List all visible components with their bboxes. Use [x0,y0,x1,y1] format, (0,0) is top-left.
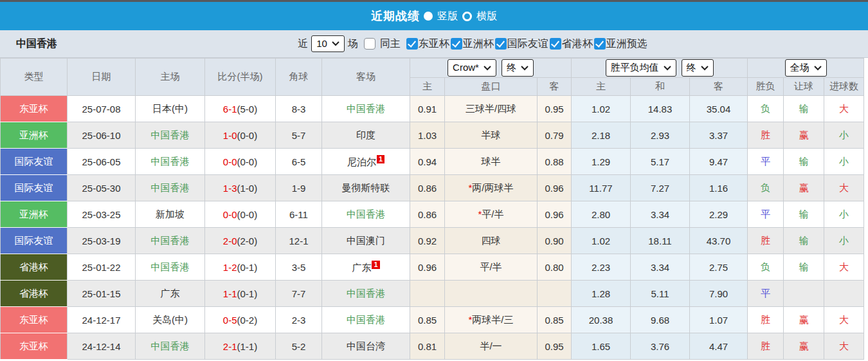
same-home-filter[interactable]: 同主 [364,37,401,51]
away-team: 印度 [356,129,375,140]
page-title: 近期战绩 [371,8,420,24]
horizontal-layout-radio[interactable] [462,12,472,21]
away-team: 中国香港 [347,208,385,219]
corners-cell: 12-1 [276,228,322,254]
vertical-layout-label[interactable]: 竖版 [437,10,458,23]
away-team: 中国香港 [347,288,385,299]
odds-stage-value: 终 [687,61,696,74]
handicap-away-odds-cell: 0.90 [538,228,572,254]
checkbox-checked-icon[interactable] [406,38,418,50]
handicap-text: 两/两球半 [472,182,513,193]
halftime-score: (2-0) [237,236,258,246]
fulltime-score: 1-3 [223,183,237,194]
bookmaker-stage-select[interactable]: 终 [502,59,534,76]
home-team: 中国香港 [151,182,190,193]
score-cell: 2-0(2-0) [205,228,276,254]
same-home-label[interactable]: 同主 [380,37,401,51]
score-cell: 0-0(0-0) [205,149,276,175]
corners-cell: 6-5 [276,149,322,175]
competition-badge: 省港杯 [1,281,68,307]
title-bar: 近期战绩 竖版 横版 [0,2,868,30]
competition-filter[interactable]: 亚洲预选 [594,37,647,51]
handicap-away-odds-cell: 0.88 [538,149,572,175]
scope-select-value: 全场 [790,61,809,74]
date-cell: 24-12-17 [68,307,136,333]
home-team: 日本(中) [152,103,188,114]
avg-draw-cell: 5.11 [631,281,690,307]
result-wdl-cell: 平 [748,149,784,175]
home-cell: 中国香港 [136,228,205,254]
competition-filter[interactable]: 国际友谊 [495,37,548,51]
checkbox-checked-icon[interactable] [451,38,462,50]
col-handicap: 盘口 [445,78,538,96]
bookmaker-select[interactable]: Crow* [448,59,496,76]
score-cell: 0-5(0-2) [205,307,276,333]
handicap-cell: 半/一 [445,333,538,360]
competition-label[interactable]: 亚洲预选 [606,37,647,51]
fulltime-score: 0-0 [223,209,237,220]
home-cell: 广东 [136,281,205,307]
away-team: 曼彻斯特联 [342,182,390,193]
result-rq-cell: 输 [784,96,824,122]
avg-lose-cell: 2.75 [690,254,748,281]
result-rq-cell: 输 [784,149,824,175]
handicap-cell: *两/两球半 [445,175,538,201]
match-count-value: 10 [316,37,327,50]
competition-filter[interactable]: 亚洲杯 [451,37,494,51]
competition-label[interactable]: 东亚杯 [419,37,449,51]
result-rq-cell: 赢 [784,333,824,360]
checkbox-checked-icon[interactable] [550,38,561,50]
halftime-score: (1-1) [237,341,258,352]
away-cell: 印度 [322,122,410,149]
chevron-down-icon [484,66,491,71]
avg-draw-cell: 9.68 [631,307,690,333]
avg-lose-cell: 1.16 [690,175,748,201]
fulltime-score: 2-1 [223,341,237,352]
date-cell: 25-03-19 [68,228,136,254]
col-corners: 角球 [276,59,322,96]
handicap-select-cell: Crow* 终 [410,59,572,78]
corners-cell: 6-11 [276,201,322,228]
competition-label[interactable]: 亚洲杯 [463,37,494,51]
result-wdl-cell: 胜 [748,307,784,333]
halftime-score: (0-1) [237,288,258,299]
team-name: 中国香港 [16,37,57,51]
handicap-home-odds-cell: 1.03 [410,122,445,149]
checkbox-unchecked-icon[interactable] [364,38,375,50]
checkbox-checked-icon[interactable] [495,38,507,50]
chevron-down-icon [521,66,529,71]
competition-label[interactable]: 省港杯 [562,37,593,51]
horizontal-layout-label[interactable]: 横版 [476,10,497,23]
away-cell: 尼泊尔1 [322,149,410,175]
score-cell: 1-1(0-1) [205,281,276,307]
scope-select[interactable]: 全场 [785,59,827,76]
results-tbody: 东亚杯 25-07-08 日本(中) 6-1(5-0) 8-3 中国香港 0.9… [1,96,864,360]
handicap-text: 平/半 [480,261,502,272]
table-row: 国际友谊 25-05-30 中国香港 1-3(1-0) 1-9 曼彻斯特联 0.… [1,175,864,201]
competition-filter[interactable]: 东亚杯 [406,37,449,51]
date-cell: 25-01-15 [68,281,136,307]
odds-stage-select[interactable]: 终 [682,59,714,76]
competition-badge: 亚洲杯 [1,122,68,149]
fulltime-score: 1-2 [223,262,237,273]
match-count-select[interactable]: 10 [311,35,345,52]
away-cell: 广东1 [322,254,410,281]
handicap-home-odds-cell: 0.85 [410,307,445,333]
filter-bar: 中国香港 近 10 场 同主 东亚杯 亚洲杯 国际友谊 省港杯 亚洲预选 [0,30,868,58]
result-goals-cell: 小 [824,228,864,254]
vertical-layout-radio[interactable] [424,12,433,21]
result-wdl-cell: 平 [748,281,784,307]
col-handicap-home: 主 [410,78,445,96]
competition-badge: 国际友谊 [1,228,68,254]
handicap-cell: 半球 [445,122,538,149]
halftime-score: (0-1) [237,262,258,273]
away-cell: 中国香港 [322,96,410,122]
competition-filter[interactable]: 省港杯 [550,37,593,51]
competition-label[interactable]: 国际友谊 [507,37,548,51]
competition-badge: 亚洲杯 [1,201,68,228]
halftime-score: (1-0) [237,183,258,194]
avg-lose-cell: 7.90 [690,281,748,307]
odds-avg-select[interactable]: 胜平负均值 [606,59,676,76]
date-cell: 25-07-08 [68,96,136,122]
checkbox-checked-icon[interactable] [594,38,606,50]
